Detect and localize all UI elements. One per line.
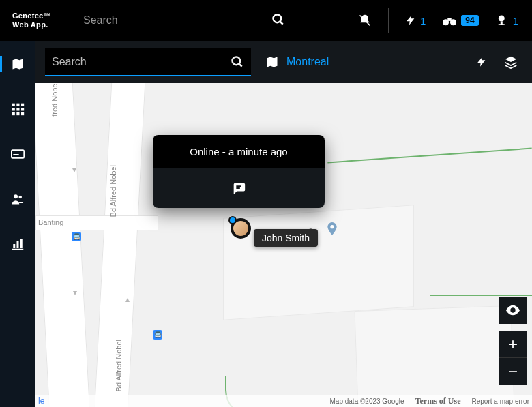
bolt-icon[interactable] — [476, 55, 487, 69]
user-popup-actions — [153, 168, 325, 208]
svg-rect-9 — [12, 104, 15, 106]
map-greenline — [430, 295, 532, 296]
location-bar-actions — [476, 55, 522, 69]
svg-rect-8 — [498, 24, 504, 25]
map-data-label: Map data ©2023 Google — [330, 397, 404, 405]
avatar — [233, 221, 248, 236]
road-label: Banting — [38, 218, 63, 226]
svg-point-6 — [498, 16, 504, 22]
user-popup-status: Online - a minute ago — [153, 135, 325, 168]
search-icon[interactable] — [231, 55, 244, 69]
bus-stop-icon: 🚍 — [72, 232, 81, 241]
nav-people[interactable] — [0, 191, 35, 207]
search-icon[interactable] — [271, 13, 285, 27]
eye-icon — [505, 305, 520, 316]
bus-stop-icon: 🚍 — [153, 330, 162, 340]
zoom-in-button[interactable]: + — [499, 331, 527, 358]
status-dot — [228, 216, 237, 224]
bolt-count: 1 — [420, 15, 426, 27]
svg-rect-19 — [13, 154, 18, 155]
nav-maps[interactable] — [0, 56, 35, 72]
map-search — [45, 48, 251, 76]
map-icon — [10, 57, 25, 71]
terms-link[interactable]: Terms of Use — [415, 396, 461, 406]
svg-point-20 — [14, 194, 18, 198]
nav-credentials[interactable] — [0, 146, 35, 162]
svg-point-0 — [274, 15, 282, 23]
svg-rect-12 — [12, 108, 15, 110]
global-search — [78, 8, 289, 33]
brand-line-2: Web App. — [12, 20, 48, 29]
map-attribution: le Map data ©2023 Google Terms of Use Re… — [35, 395, 532, 407]
nav-reports[interactable] — [0, 236, 35, 252]
svg-point-26 — [233, 57, 241, 65]
map-search-input[interactable] — [45, 48, 251, 76]
svg-rect-10 — [16, 104, 19, 106]
chart-icon — [11, 238, 25, 250]
alerts-status[interactable]: 1 — [405, 14, 426, 27]
brand-line-1: Genetec™ — [12, 12, 51, 20]
road-label: Bd Alfred Nobel — [109, 165, 117, 217]
svg-line-1 — [280, 22, 283, 25]
zoom-out-button[interactable]: − — [499, 358, 527, 385]
poi-marker-icon — [327, 222, 338, 237]
google-fragment: le — [38, 396, 44, 406]
direction-arrow-icon: ▴ — [125, 295, 130, 304]
status-group: 1 94 1 — [358, 0, 532, 41]
camera-icon — [495, 14, 509, 27]
chat-icon — [231, 181, 246, 196]
events-status[interactable]: 94 — [442, 14, 478, 27]
svg-rect-14 — [21, 108, 24, 110]
layers-icon[interactable] — [503, 55, 518, 69]
global-search-input[interactable] — [78, 8, 289, 33]
map-road — [35, 83, 94, 407]
left-rail — [0, 41, 35, 407]
bell-off-icon[interactable] — [358, 14, 372, 27]
plus-icon: + — [508, 335, 518, 354]
binoculars-badge: 94 — [461, 15, 478, 26]
user-pin[interactable] — [231, 218, 251, 239]
map-viewport[interactable]: fred Nobel Bd Alfred Nobel Bd Alfred Nob… — [35, 83, 532, 407]
svg-rect-13 — [16, 108, 19, 110]
brand-logo: Genetec™ Web App. — [12, 12, 74, 29]
cameras-status[interactable]: 1 — [495, 14, 518, 27]
svg-rect-11 — [21, 104, 24, 106]
current-location-display[interactable]: Montreal — [265, 55, 329, 69]
grid-icon — [11, 102, 25, 116]
svg-point-28 — [330, 225, 334, 228]
map-greenline — [327, 148, 531, 164]
svg-point-21 — [19, 196, 23, 199]
camera-count: 1 — [513, 15, 518, 27]
user-name-tag: John Smith — [254, 229, 318, 247]
svg-line-27 — [239, 64, 242, 67]
svg-rect-24 — [20, 239, 23, 249]
chat-button[interactable] — [231, 181, 246, 196]
svg-rect-16 — [16, 112, 19, 115]
report-link[interactable]: Report a map error — [472, 397, 529, 405]
direction-arrow-icon: ▾ — [72, 165, 76, 175]
minus-icon: − — [508, 362, 518, 381]
people-icon — [11, 193, 25, 205]
direction-arrow-icon: ▾ — [73, 288, 77, 297]
bolt-icon — [405, 14, 416, 27]
map-building — [223, 205, 414, 320]
map-controls: + − — [499, 297, 527, 385]
location-bar: Montreal — [35, 41, 532, 83]
current-location-label: Montreal — [286, 56, 329, 68]
divider — [388, 8, 389, 33]
svg-rect-5 — [448, 18, 452, 21]
svg-rect-23 — [17, 241, 19, 249]
visibility-toggle[interactable] — [499, 297, 527, 324]
road-label: Bd Alfred Nobel — [115, 340, 123, 391]
nav-grid[interactable] — [0, 101, 35, 117]
direction-arrow-icon: ▾ — [117, 370, 121, 379]
svg-rect-15 — [12, 112, 15, 115]
svg-rect-22 — [13, 244, 15, 248]
card-icon — [11, 149, 25, 159]
road-label: fred Nobel — [50, 83, 59, 117]
svg-rect-17 — [21, 112, 24, 115]
top-header: Genetec™ Web App. 1 94 1 — [0, 0, 532, 41]
user-popup: Online - a minute ago — [153, 135, 325, 208]
map-icon — [265, 55, 280, 69]
binoculars-icon — [442, 14, 457, 27]
